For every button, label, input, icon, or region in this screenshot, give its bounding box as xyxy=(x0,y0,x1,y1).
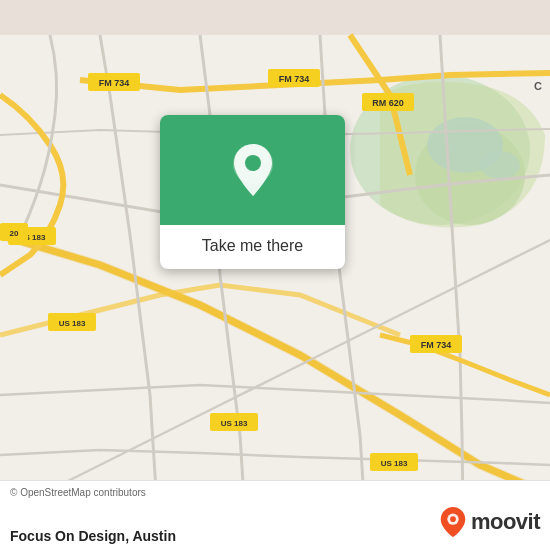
location-pin-icon xyxy=(230,142,276,198)
svg-point-25 xyxy=(245,155,261,171)
svg-point-27 xyxy=(450,516,456,522)
svg-text:FM 734: FM 734 xyxy=(99,78,130,88)
moovit-logo: moovit xyxy=(439,506,540,538)
location-card: Take me there xyxy=(160,115,345,269)
svg-text:US 183: US 183 xyxy=(59,319,86,328)
map-container: FM 734 FM 734 RM 620 US 183 US 183 US 18… xyxy=(0,0,550,550)
map-attribution: © OpenStreetMap contributors xyxy=(10,487,540,498)
svg-text:20: 20 xyxy=(10,229,19,238)
svg-text:C: C xyxy=(534,80,542,92)
svg-text:RM 620: RM 620 xyxy=(372,98,404,108)
card-top xyxy=(160,115,345,225)
svg-text:FM 734: FM 734 xyxy=(279,74,310,84)
card-bottom: Take me there xyxy=(160,225,345,269)
svg-text:US 183: US 183 xyxy=(221,419,248,428)
moovit-pin-icon xyxy=(439,506,467,538)
moovit-text: moovit xyxy=(471,509,540,535)
bottom-bar: © OpenStreetMap contributors Focus On De… xyxy=(0,480,550,550)
svg-text:US 183: US 183 xyxy=(381,459,408,468)
svg-text:FM 734: FM 734 xyxy=(421,340,452,350)
map-background: FM 734 FM 734 RM 620 US 183 US 183 US 18… xyxy=(0,0,550,550)
take-me-there-button[interactable]: Take me there xyxy=(174,235,331,257)
location-name: Focus On Design, Austin xyxy=(10,528,176,544)
